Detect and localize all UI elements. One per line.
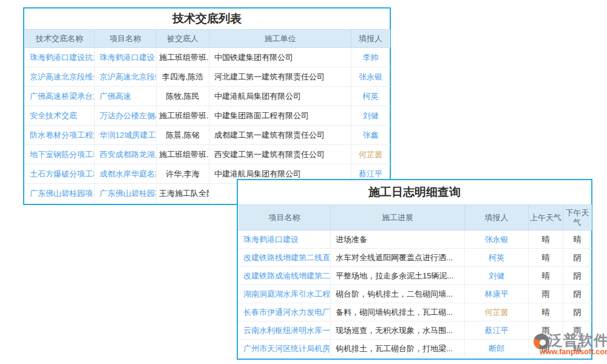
construction-unit-cell: 中建港航局集团有限公司 bbox=[209, 87, 351, 106]
morning-weather-cell: 晴 bbox=[529, 267, 563, 285]
disclosure-name-link[interactable]: 地下室钢筋分项工程... bbox=[25, 145, 95, 164]
disclosed-to-cell: 陈晨,陈铭 bbox=[157, 126, 209, 145]
disclosure-name-link[interactable]: 珠海鹤港口建设抗浮... bbox=[25, 48, 95, 67]
reporter-link[interactable]: 柯英 bbox=[465, 249, 529, 267]
construction-unit-cell: 成都建工第一建筑有限责任公司 bbox=[209, 126, 351, 145]
progress-cell: 备料，砌间墙钩机排土，瓦工砌... bbox=[331, 303, 465, 322]
project-name-link[interactable]: 珠海鹤港口建设 bbox=[95, 48, 157, 67]
afternoon-weather-cell: 阴 bbox=[563, 249, 592, 267]
col-header-project-name: 项目名称 bbox=[95, 30, 157, 48]
disclosure-name-link[interactable]: 防水卷材分项工程施... bbox=[25, 126, 95, 145]
reporter-link[interactable]: 何芷茵 bbox=[465, 303, 529, 322]
project-name-link[interactable]: 珠海鹤港口建设 bbox=[239, 231, 331, 249]
project-name-link[interactable]: 西安成都路龙湖上... bbox=[95, 145, 157, 164]
reporter-link[interactable]: 张鑫 bbox=[351, 126, 390, 145]
disclosed-to-cell: 施工班组带班... bbox=[157, 48, 209, 67]
table-row: 广佛高速桥梁承台施... 广佛高速 陈牧,陈民 中建港航局集团有限公司 柯英 bbox=[25, 87, 390, 106]
morning-weather-cell: 雨 bbox=[529, 285, 563, 303]
col-header-reporter: 填报人 bbox=[351, 30, 390, 48]
table2-header-row: 项目名称 施工进展 填报人 上午天气 下午天气 bbox=[239, 205, 592, 231]
progress-cell: 现场巡查，无积水现象，水马围... bbox=[331, 322, 465, 340]
watermark: 泛普软件 www.fanpusoft.com bbox=[534, 331, 607, 360]
construction-unit-cell: 西安建工第一建筑有限责任公司 bbox=[209, 145, 351, 164]
afternoon-weather-cell: 阴 bbox=[563, 303, 592, 322]
disclosed-to-cell: 许华,李海 bbox=[157, 164, 209, 184]
reporter-link[interactable]: 张永银 bbox=[465, 231, 529, 249]
project-name-link[interactable]: 广州市天河区统计局机房改造项目 bbox=[239, 340, 331, 358]
disclosure-name-link[interactable]: 土石方爆破分项工程... bbox=[25, 164, 95, 184]
disclosure-name-link[interactable]: 广东佛山碧桂园项目... bbox=[25, 184, 95, 203]
disclosed-to-cell: 陈牧,陈民 bbox=[157, 87, 209, 106]
table-row: 改建铁路成渝线增建第二直通线 平整场地，拉走多余泥土15辆泥... 刘健 晴 阴 bbox=[239, 267, 592, 285]
progress-cell: 水车对全线遮阳网覆盖点进行洒... bbox=[331, 249, 465, 267]
col-header-progress: 施工进展 bbox=[331, 205, 465, 231]
disclosed-to-cell: 施工班组带班... bbox=[157, 145, 209, 164]
technical-disclosure-table: 技术交底名称 项目名称 被交底人 施工单位 填报人 珠海鹤港口建设抗浮... 珠… bbox=[24, 29, 390, 203]
project-name-link[interactable]: 改建铁路线增建第二线直通线 bbox=[239, 249, 331, 267]
table-row: 湖南洞庭湖水库引水工程施工标 砌台阶，钩机排土，二包砌间墙... 林康平 雨 阴 bbox=[239, 285, 592, 303]
disclosure-name-link[interactable]: 京沪高速北京段维修 bbox=[25, 67, 95, 87]
col-header-construction-unit: 施工单位 bbox=[209, 30, 351, 48]
project-name-link[interactable]: 长春市伊通河水力发电厂改建工程 bbox=[239, 303, 331, 322]
table-row: 地下室钢筋分项工程... 西安成都路龙湖上... 施工班组带班... 西安建工第… bbox=[25, 145, 390, 164]
table-row: 珠海鹤港口建设抗浮... 珠海鹤港口建设 施工班组带班... 中国铁建集团有限公… bbox=[25, 48, 390, 67]
col-header-disclosed-to: 被交底人 bbox=[157, 30, 209, 48]
project-name-link[interactable]: 广东佛山碧桂园项目 bbox=[95, 184, 157, 203]
table-row: 防水卷材分项工程施... 华润12城房建工... 陈晨,陈铭 成都建工第一建筑有… bbox=[25, 126, 390, 145]
col-header-disclosure-name: 技术交底名称 bbox=[25, 30, 95, 48]
reporter-link[interactable]: 柯英 bbox=[351, 87, 390, 106]
col-header-project-name: 项目名称 bbox=[239, 205, 331, 231]
afternoon-weather-cell: 阴 bbox=[563, 285, 592, 303]
watermark-url: www.fanpusoft.com bbox=[540, 348, 607, 356]
technical-disclosure-panel: 技术交底列表 技术交底名称 项目名称 被交底人 施工单位 填报人 珠海鹤港口建设… bbox=[23, 7, 391, 205]
progress-cell: 砌台阶，钩机排土，二包砌间墙... bbox=[331, 285, 465, 303]
reporter-link[interactable]: 林康平 bbox=[465, 285, 529, 303]
disclosed-to-cell: 王海施工队全队 bbox=[157, 184, 209, 203]
construction-unit-cell: 中国铁建集团有限公司 bbox=[209, 48, 351, 67]
progress-cell: 进场准备 bbox=[331, 231, 465, 249]
reporter-link[interactable]: 刘健 bbox=[351, 106, 390, 126]
afternoon-weather-cell: 晴 bbox=[563, 231, 592, 249]
afternoon-weather-cell: 阴 bbox=[563, 267, 592, 285]
project-name-link[interactable]: 华润12城房建工... bbox=[95, 126, 157, 145]
table-row: 改建铁路线增建第二线直通线 水车对全线遮阳网覆盖点进行洒... 柯英 晴 阴 bbox=[239, 249, 592, 267]
project-name-link[interactable]: 湖南洞庭湖水库引水工程施工标 bbox=[239, 285, 331, 303]
morning-weather-cell: 晴 bbox=[529, 249, 563, 267]
col-header-afternoon-weather: 下午天气 bbox=[563, 205, 592, 231]
project-name-link[interactable]: 改建铁路成渝线增建第二直通线 bbox=[239, 267, 331, 285]
panel2-title: 施工日志明细查询 bbox=[238, 180, 591, 204]
project-name-link[interactable]: 成都水岸华庭名苑... bbox=[95, 164, 157, 184]
table1-header-row: 技术交底名称 项目名称 被交底人 施工单位 填报人 bbox=[25, 30, 390, 48]
table-row: 京沪高速北京段维修 京沪高速北京段维修 李四海,陈浩 河北建工第一建筑有限责任公… bbox=[25, 67, 390, 87]
reporter-link[interactable]: 何芷茵 bbox=[351, 145, 390, 164]
col-header-reporter: 填报人 bbox=[465, 205, 529, 231]
panel1-title: 技术交底列表 bbox=[24, 8, 390, 29]
progress-cell: 平整场地，拉走多余泥土15辆泥... bbox=[331, 267, 465, 285]
disclosed-to-cell: 施工班组带班... bbox=[157, 106, 209, 126]
table-row: 长春市伊通河水力发电厂改建工程 备料，砌间墙钩机排土，瓦工砌... 何芷茵 晴 … bbox=[239, 303, 592, 322]
morning-weather-cell: 晴 bbox=[529, 231, 563, 249]
project-name-link[interactable]: 京沪高速北京段维修 bbox=[95, 67, 157, 87]
morning-weather-cell: 晴 bbox=[529, 303, 563, 322]
reporter-link[interactable]: 刘健 bbox=[465, 267, 529, 285]
disclosure-name-link[interactable]: 广佛高速桥梁承台施... bbox=[25, 87, 95, 106]
disclosure-name-link[interactable]: 安全技术交底 bbox=[25, 106, 95, 126]
reporter-link[interactable]: 李帅 bbox=[351, 48, 390, 67]
project-name-link[interactable]: 广佛高速 bbox=[95, 87, 157, 106]
reporter-link[interactable]: 蔡江平 bbox=[465, 322, 529, 340]
reporter-link[interactable]: 张永银 bbox=[351, 67, 390, 87]
project-name-link[interactable]: 云南水利枢纽潜明水库一期工程 bbox=[239, 322, 331, 340]
table-row: 珠海鹤港口建设 进场准备 张永银 晴 晴 bbox=[239, 231, 592, 249]
table-row: 安全技术交底 万达办公楼左侧A... 施工班组带班... 中建集团路面工程有限公… bbox=[25, 106, 390, 126]
progress-cell: 钩机排土，瓦工砌台阶，打地梁... bbox=[331, 340, 465, 358]
construction-unit-cell: 中建集团路面工程有限公司 bbox=[209, 106, 351, 126]
project-name-link[interactable]: 万达办公楼左侧A... bbox=[95, 106, 157, 126]
disclosed-to-cell: 李四海,陈浩 bbox=[157, 67, 209, 87]
reporter-link[interactable]: 断郎 bbox=[465, 340, 529, 358]
col-header-morning-weather: 上午天气 bbox=[529, 205, 563, 231]
construction-unit-cell: 河北建工第一建筑有限责任公司 bbox=[209, 67, 351, 87]
